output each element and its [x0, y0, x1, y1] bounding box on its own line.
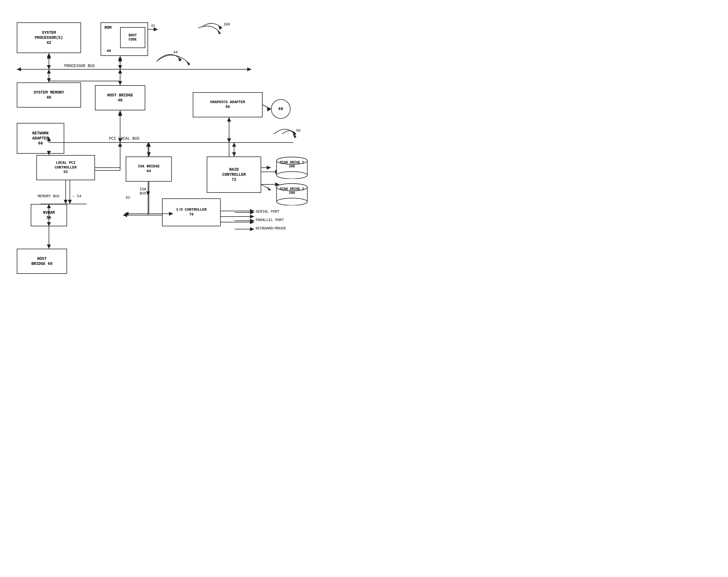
ref-62: 62 — [126, 196, 130, 200]
svg-marker-103 — [147, 152, 151, 156]
ref-44: 44 — [173, 50, 178, 54]
svg-marker-90 — [118, 57, 122, 61]
svg-marker-119 — [64, 200, 68, 204]
svg-marker-83 — [218, 26, 222, 30]
ref-41: 41 — [151, 24, 155, 28]
svg-marker-126 — [47, 245, 51, 249]
raid-controller-box: RAID CONTROLLER 72 — [207, 156, 261, 193]
svg-marker-4 — [47, 53, 51, 57]
svg-marker-1 — [17, 67, 21, 71]
system-memory-number: 46 — [47, 95, 51, 100]
monitor-oval-label: 69 — [279, 107, 283, 111]
svg-marker-5 — [47, 65, 51, 69]
parallel-port-label: PARALLEL PORT — [256, 218, 284, 222]
svg-marker-96 — [47, 78, 51, 82]
svg-marker-62 — [217, 30, 221, 34]
svg-marker-131 — [124, 212, 129, 216]
disk-drive-1-label: DISK DRIVE 1 — [280, 161, 304, 165]
processor-bus-label: PROCESSOR BUS — [64, 64, 95, 68]
svg-marker-47 — [123, 213, 127, 217]
svg-marker-18 — [118, 112, 122, 116]
svg-marker-34 — [68, 200, 72, 204]
svg-marker-27 — [146, 143, 150, 147]
host-bridge-48-label: HOST BRIDGE — [107, 93, 133, 98]
io-controller-box: I/O CONTROLLER 70 — [162, 198, 221, 226]
rom-label: ROM — [104, 25, 111, 30]
svg-marker-68 — [118, 143, 122, 147]
nvram-label: NVRAM — [43, 210, 55, 215]
svg-marker-85 — [293, 131, 296, 135]
boot-code-box: BOOT CODE — [120, 27, 145, 48]
boot-code-label: BOOT CODE — [129, 33, 137, 42]
svg-marker-11 — [118, 69, 122, 74]
svg-marker-61 — [293, 134, 296, 138]
network-adapter-number: 66 — [38, 141, 43, 146]
pci-bus-label: PCI LOCAL BUS — [109, 136, 139, 141]
network-adapter-label: NETWORK ADAPTER — [32, 131, 49, 141]
system-processor-label: SYSTEM PROCESSOR(S) — [35, 30, 63, 40]
svg-marker-88 — [47, 65, 51, 69]
isa-bus-label: ISA BUS — [140, 187, 146, 196]
svg-marker-23 — [227, 117, 231, 122]
svg-marker-105 — [232, 143, 236, 147]
svg-marker-91 — [118, 65, 122, 69]
disk-drive-2-number: 209 — [289, 191, 295, 195]
ref-54: — 54 — [73, 194, 81, 198]
svg-marker-117 — [118, 143, 122, 147]
svg-marker-24 — [227, 138, 231, 143]
nvram-box: NVRAM 56 — [31, 204, 67, 226]
system-processor-box: SYSTEM PROCESSOR(S) 42 — [17, 22, 81, 53]
local-pci-controller-box: LOCAL PCI CONTROLLER 52 — [36, 155, 95, 180]
graphics-adapter-label: GRAPHICS ADAPTER — [210, 100, 245, 105]
local-pci-controller-label: LOCAL PCI CONTROLLER — [55, 161, 77, 170]
ref-100: 100 — [224, 22, 230, 27]
diagram: SYSTEM PROCESSOR(S) 42 ROM BOOT CODE 40 … — [0, 0, 364, 288]
host-bridge-60-label: HOST BRIDGE 60 — [31, 256, 53, 266]
system-memory-label: SYSTEM MEMORY — [33, 90, 64, 95]
graphics-adapter-box: GRAPHICS ADAPTER 68 — [193, 92, 263, 117]
svg-marker-87 — [47, 54, 51, 59]
svg-marker-94 — [118, 81, 122, 85]
svg-marker-139 — [250, 215, 254, 219]
svg-marker-82 — [154, 27, 158, 31]
system-processor-number: 42 — [47, 40, 51, 45]
keyboard-mouse-label: KEYBOARD/MOUSE — [256, 226, 286, 230]
svg-marker-60 — [187, 61, 190, 66]
svg-marker-93 — [118, 69, 122, 74]
svg-marker-133 — [267, 166, 271, 170]
host-bridge-48-number: 48 — [118, 98, 123, 103]
nvram-number: 56 — [47, 215, 51, 220]
svg-marker-141 — [250, 220, 254, 224]
isa-bridge-label: ISA BRIDGE — [138, 164, 159, 169]
raid-controller-label: RAID CONTROLLER — [222, 167, 245, 177]
monitor-oval: 69 — [271, 99, 290, 119]
boot-code-number: 40 — [107, 49, 111, 54]
svg-marker-8 — [118, 65, 122, 69]
memory-bus-label: MEMORY BUS — [38, 194, 59, 198]
disk-drive-1-number: 208 — [289, 165, 295, 169]
svg-line-134 — [261, 184, 271, 190]
disk-drive-2: DISK DRIVE 2 209 — [271, 183, 313, 205]
system-memory-box: SYSTEM MEMORY 46 — [17, 82, 81, 107]
svg-marker-106 — [232, 152, 236, 156]
disk-drive-2-label: DISK DRIVE 2 — [280, 187, 304, 191]
svg-marker-57 — [250, 227, 254, 231]
rom-box: ROM BOOT CODE 40 — [101, 22, 148, 56]
local-pci-controller-number: 52 — [63, 170, 68, 175]
svg-marker-100 — [227, 138, 231, 143]
disk-drive-1: DISK DRIVE 1 208 — [271, 156, 313, 179]
svg-marker-97 — [47, 69, 51, 74]
svg-marker-111 — [118, 110, 122, 115]
svg-marker-143 — [267, 107, 271, 111]
svg-point-73 — [277, 172, 307, 179]
svg-marker-42 — [146, 192, 150, 196]
svg-point-79 — [277, 198, 307, 205]
svg-marker-55 — [250, 219, 254, 223]
svg-marker-2 — [247, 67, 252, 71]
serial-port-label: SERIAL PORT — [256, 209, 280, 214]
io-controller-number: 70 — [189, 212, 193, 217]
svg-marker-102 — [147, 143, 151, 147]
svg-marker-99 — [227, 117, 231, 122]
io-controller-label: I/O CONTROLLER — [176, 208, 206, 212]
isa-bridge-number: 64 — [147, 169, 151, 174]
